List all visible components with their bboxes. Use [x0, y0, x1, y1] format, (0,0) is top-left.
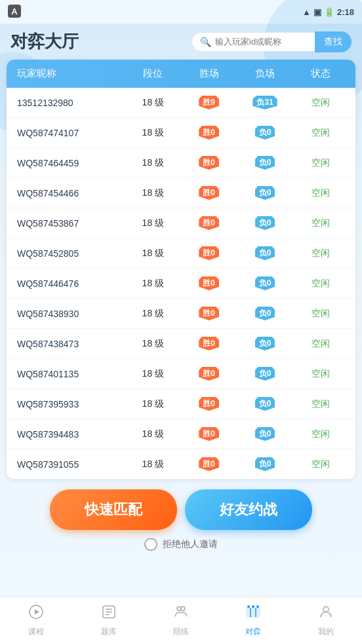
cell-losses: 负0 — [237, 126, 292, 140]
cell-rank: 18 级 — [125, 127, 181, 139]
cell-losses: 负0 — [237, 246, 292, 260]
cell-nickname: WQ587438930 — [13, 309, 125, 319]
loss-shield: 负0 — [255, 427, 275, 441]
cell-losses: 负0 — [237, 307, 292, 320]
cell-rank: 18 级 — [125, 308, 181, 320]
cell-wins: 胜0 — [181, 276, 237, 290]
win-shield: 胜0 — [199, 457, 219, 471]
cell-wins: 胜0 — [181, 216, 237, 230]
loss-shield: 负0 — [255, 246, 275, 260]
reject-radio[interactable] — [144, 538, 157, 551]
table-row[interactable]: WQ58739448318 级胜0负0空闲 — [7, 419, 355, 449]
cell-status: 空闲 — [293, 338, 349, 350]
cell-wins: 胜0 — [181, 367, 237, 381]
cell-wins: 胜0 — [181, 126, 237, 140]
action-buttons: 快速匹配 好友约战 — [50, 489, 312, 530]
cell-nickname: WQ587391055 — [13, 459, 125, 470]
loss-shield: 负0 — [255, 126, 275, 140]
table-row[interactable]: WQ58743893018 级胜0负0空闲 — [7, 299, 355, 329]
cell-rank: 18 级 — [125, 278, 181, 290]
table-header: 玩家昵称 段位 胜场 负场 状态 — [7, 60, 355, 88]
cell-rank: 18 级 — [125, 187, 181, 199]
cell-rank: 18 级 — [125, 368, 181, 380]
cell-rank: 18 级 — [125, 398, 181, 410]
cell-nickname: WQ587452805 — [13, 248, 125, 259]
table-row[interactable]: 1351213298018 级胜9负31空闲 — [7, 88, 355, 118]
loss-shield: 负0 — [255, 186, 275, 200]
cell-losses: 负0 — [237, 216, 292, 230]
cell-status: 空闲 — [293, 97, 349, 109]
cell-nickname: 13512132980 — [13, 98, 125, 108]
loss-shield: 负0 — [255, 276, 275, 290]
cell-nickname: WQ587395933 — [13, 399, 125, 409]
col-nickname: 玩家昵称 — [13, 67, 125, 80]
cell-losses: 负0 — [237, 156, 292, 170]
table-row[interactable]: WQ58745386718 级胜0负0空闲 — [7, 208, 355, 238]
cell-nickname: WQ587394483 — [13, 429, 125, 440]
cell-status: 空闲 — [293, 308, 349, 320]
table-row[interactable]: WQ58745280518 级胜0负0空闲 — [7, 238, 355, 269]
cell-wins: 胜0 — [181, 307, 237, 320]
cell-wins: 胜0 — [181, 156, 237, 170]
loss-shield: 负0 — [255, 397, 275, 411]
cell-status: 空闲 — [293, 459, 349, 470]
cell-nickname: WQ587453867 — [13, 218, 125, 229]
cell-status: 空闲 — [293, 187, 349, 199]
cell-losses: 负31 — [237, 96, 292, 109]
search-input[interactable] — [215, 37, 307, 47]
loss-shield: 负0 — [255, 216, 275, 230]
loss-shield: 负0 — [255, 156, 275, 170]
cell-rank: 18 级 — [125, 157, 181, 169]
search-button[interactable]: 查找 — [315, 31, 352, 52]
cell-status: 空闲 — [293, 157, 349, 169]
cell-rank: 18 级 — [125, 97, 181, 109]
cell-status: 空闲 — [293, 218, 349, 229]
reject-label: 拒绝他人邀请 — [163, 539, 218, 550]
col-rank: 段位 — [125, 67, 181, 80]
loss-shield: 负0 — [255, 457, 275, 471]
page-title: 对弈大厅 — [10, 30, 79, 53]
cell-wins: 胜0 — [181, 427, 237, 441]
cell-nickname: WQ587454466 — [13, 188, 125, 199]
search-input-wrap: 🔍 — [191, 32, 315, 52]
cell-status: 空闲 — [293, 368, 349, 380]
win-shield: 胜0 — [199, 427, 219, 441]
cell-status: 空闲 — [293, 428, 349, 440]
cell-losses: 负0 — [237, 367, 292, 381]
table-row[interactable]: WQ58740113518 级胜0负0空闲 — [7, 359, 355, 389]
cell-rank: 18 级 — [125, 459, 181, 470]
header: 对弈大厅 🔍 查找 — [0, 24, 362, 60]
table-row[interactable]: WQ58744647618 级胜0负0空闲 — [7, 269, 355, 299]
table-row[interactable]: WQ58743847318 级胜0负0空闲 — [7, 329, 355, 359]
col-losses: 负场 — [237, 67, 292, 80]
win-shield: 胜0 — [199, 276, 219, 290]
reject-invite-wrap[interactable]: 拒绝他人邀请 — [144, 538, 218, 551]
quick-match-button[interactable]: 快速匹配 — [50, 489, 177, 530]
cell-nickname: WQ587464459 — [13, 158, 125, 168]
cell-rank: 18 级 — [125, 338, 181, 350]
cell-losses: 负0 — [237, 457, 292, 471]
loss-shield: 负0 — [255, 307, 275, 320]
bottom-area: 快速匹配 好友约战 拒绝他人邀请 — [0, 479, 362, 556]
table-row[interactable]: WQ58747410718 级胜0负0空闲 — [7, 118, 355, 148]
player-table: 玩家昵称 段位 胜场 负场 状态 1351213298018 级胜9负31空闲W… — [7, 60, 355, 479]
cell-wins: 胜0 — [181, 457, 237, 471]
table-row[interactable]: WQ58739105518 级胜0负0空闲 — [7, 449, 355, 479]
cell-losses: 负0 — [237, 276, 292, 290]
loss-shield: 负0 — [255, 367, 275, 381]
cell-status: 空闲 — [293, 248, 349, 259]
table-row[interactable]: WQ58746445918 级胜0负0空闲 — [7, 148, 355, 178]
cell-status: 空闲 — [293, 278, 349, 290]
col-wins: 胜场 — [181, 67, 237, 80]
cell-rank: 18 级 — [125, 218, 181, 229]
friend-battle-button[interactable]: 好友约战 — [185, 489, 312, 530]
win-shield: 胜9 — [199, 96, 219, 109]
search-bar: 🔍 查找 — [191, 31, 352, 52]
table-row[interactable]: WQ58739593318 级胜0负0空闲 — [7, 389, 355, 419]
table-row[interactable]: WQ58745446618 级胜0负0空闲 — [7, 178, 355, 208]
cell-rank: 18 级 — [125, 428, 181, 440]
cell-nickname: WQ587438473 — [13, 339, 125, 349]
col-status: 状态 — [293, 67, 349, 80]
cell-rank: 18 级 — [125, 248, 181, 259]
cell-wins: 胜9 — [181, 96, 237, 109]
